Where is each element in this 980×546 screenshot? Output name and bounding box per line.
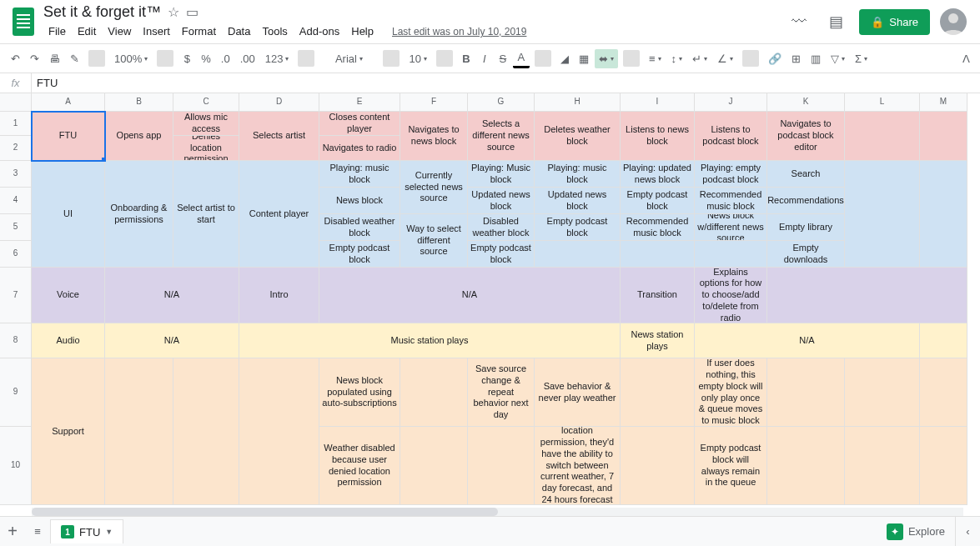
cell[interactable]: Playing: empty podcast block xyxy=(695,161,767,188)
font-family-select[interactable]: Arial xyxy=(319,49,378,68)
cell[interactable]: FTU xyxy=(32,112,105,161)
cell[interactable]: Save source change & repeat behavior nex… xyxy=(468,358,535,427)
format-percent-icon[interactable]: % xyxy=(197,49,215,68)
cell[interactable]: Navigates to news block xyxy=(400,112,468,161)
cell[interactable] xyxy=(239,358,319,505)
column-header[interactable]: H xyxy=(535,93,621,112)
cell[interactable]: N/A xyxy=(695,323,920,358)
explore-button[interactable]: ✦ Explore xyxy=(877,520,955,543)
text-color-icon[interactable]: A xyxy=(513,48,530,68)
activity-icon[interactable]: 〰 xyxy=(786,8,812,35)
share-button[interactable]: 🔒 Share xyxy=(859,9,930,35)
insert-chart-icon[interactable]: ▥ xyxy=(807,49,825,68)
cell[interactable]: Content player xyxy=(239,161,319,268)
cell[interactable]: N/A xyxy=(105,268,239,323)
fill-color-icon[interactable]: ◢ xyxy=(556,49,573,68)
cell[interactable]: News block populated using auto-subscrip… xyxy=(319,358,400,427)
cell[interactable] xyxy=(920,323,967,358)
italic-icon[interactable]: I xyxy=(476,49,493,68)
row-header[interactable]: 4 xyxy=(0,188,32,214)
row-header[interactable]: 5 xyxy=(0,214,32,241)
cell[interactable]: Weather disabled because user denied loc… xyxy=(319,427,400,505)
column-header[interactable]: J xyxy=(695,93,767,112)
horizontal-scrollbar[interactable] xyxy=(32,508,963,516)
cell[interactable] xyxy=(845,358,920,427)
cell[interactable]: Listens to podcast block xyxy=(695,112,767,161)
row-header[interactable]: 3 xyxy=(0,161,32,188)
cell[interactable] xyxy=(400,358,468,427)
cell[interactable]: Empty podcast block xyxy=(319,241,400,268)
menu-addons[interactable]: Add-ons xyxy=(294,23,344,40)
doc-title[interactable]: Set it & forget it™ xyxy=(43,3,161,21)
cell[interactable]: Disabled weather block xyxy=(319,214,400,241)
cell[interactable]: Select artist to start xyxy=(173,161,239,268)
cell[interactable] xyxy=(468,427,535,505)
cell[interactable]: Music station plays xyxy=(239,323,621,358)
insert-comment-icon[interactable]: ⊞ xyxy=(787,49,805,68)
borders-icon[interactable]: ▦ xyxy=(575,49,593,68)
vertical-align-icon[interactable]: ↕ xyxy=(667,49,687,68)
sheet-menu-icon[interactable]: ▼ xyxy=(105,528,113,536)
menu-edit[interactable]: Edit xyxy=(73,23,101,40)
cell[interactable]: Selects a different news source xyxy=(468,112,535,161)
cell[interactable] xyxy=(920,427,967,505)
increase-decimal-icon[interactable]: .00 xyxy=(236,49,259,68)
undo-icon[interactable]: ↶ xyxy=(7,49,24,68)
row-header[interactable]: 10 xyxy=(0,427,32,505)
merge-cells-icon[interactable]: ⬌ xyxy=(595,49,618,68)
cell[interactable] xyxy=(621,241,695,268)
cell[interactable]: Audio xyxy=(32,323,105,358)
cell[interactable]: Recommended music block xyxy=(621,214,695,241)
cell[interactable]: Playing: updated news block xyxy=(621,161,695,188)
font-size-select[interactable]: 10 xyxy=(405,49,430,68)
row-header[interactable]: 8 xyxy=(0,323,32,358)
insert-link-icon[interactable]: 🔗 xyxy=(764,49,786,68)
cell[interactable]: Empty podcast block xyxy=(621,188,695,214)
cell[interactable]: Closes content player xyxy=(319,112,400,136)
cell[interactable]: Listens to news block xyxy=(621,112,695,161)
cell[interactable]: Way to select different source xyxy=(400,214,468,268)
cell[interactable]: Currently selected news source xyxy=(400,161,468,214)
last-edit-link[interactable]: Last edit was on July 10, 2019 xyxy=(387,23,531,40)
text-rotation-icon[interactable]: ∠ xyxy=(713,49,737,68)
menu-view[interactable]: View xyxy=(103,23,136,40)
cell[interactable]: Empty library xyxy=(767,214,845,241)
more-formats-select[interactable]: 123 xyxy=(261,49,294,68)
cell[interactable] xyxy=(920,161,967,268)
cell[interactable]: Updated news block xyxy=(468,188,535,214)
cell[interactable]: Empty podcast block will always remain i… xyxy=(695,427,767,505)
text-wrap-icon[interactable]: ↵ xyxy=(688,49,711,68)
redo-icon[interactable]: ↷ xyxy=(26,49,43,68)
column-header[interactable]: C xyxy=(173,93,239,112)
cell[interactable]: If user had allowed location permission,… xyxy=(535,427,621,505)
move-folder-icon[interactable]: ▭ xyxy=(186,4,199,20)
decrease-decimal-icon[interactable]: .0 xyxy=(217,49,234,68)
comments-icon[interactable]: ▤ xyxy=(822,8,849,35)
menu-help[interactable]: Help xyxy=(346,23,379,40)
row-header[interactable]: 9 xyxy=(0,358,32,427)
menu-data[interactable]: Data xyxy=(223,23,255,40)
horizontal-align-icon[interactable]: ≡ xyxy=(645,49,666,68)
account-avatar[interactable] xyxy=(940,8,967,35)
all-sheets-button[interactable]: ≡ xyxy=(25,525,50,538)
cell[interactable]: N/A xyxy=(105,323,239,358)
cell[interactable] xyxy=(535,241,621,268)
column-header[interactable]: E xyxy=(319,93,400,112)
column-header[interactable]: K xyxy=(767,93,845,112)
menu-file[interactable]: File xyxy=(43,23,71,40)
formula-input[interactable]: FTU xyxy=(32,77,980,89)
sheets-logo[interactable] xyxy=(7,5,40,38)
cell[interactable] xyxy=(845,427,920,505)
strikethrough-icon[interactable]: S xyxy=(495,49,511,68)
cell[interactable]: Updated news block xyxy=(535,188,621,214)
cell[interactable] xyxy=(767,427,845,505)
cell[interactable]: Playing: music block xyxy=(319,161,400,188)
column-header[interactable]: A xyxy=(32,93,105,112)
format-currency-icon[interactable]: $ xyxy=(178,49,195,68)
cell[interactable]: Playing: Music block xyxy=(468,161,535,188)
cell[interactable]: Selects artist xyxy=(239,112,319,161)
cell[interactable] xyxy=(621,358,695,427)
cell[interactable]: Empty podcast block xyxy=(535,214,621,241)
cell[interactable]: Opens app xyxy=(105,112,173,161)
cell[interactable]: Playing: music block xyxy=(535,161,621,188)
